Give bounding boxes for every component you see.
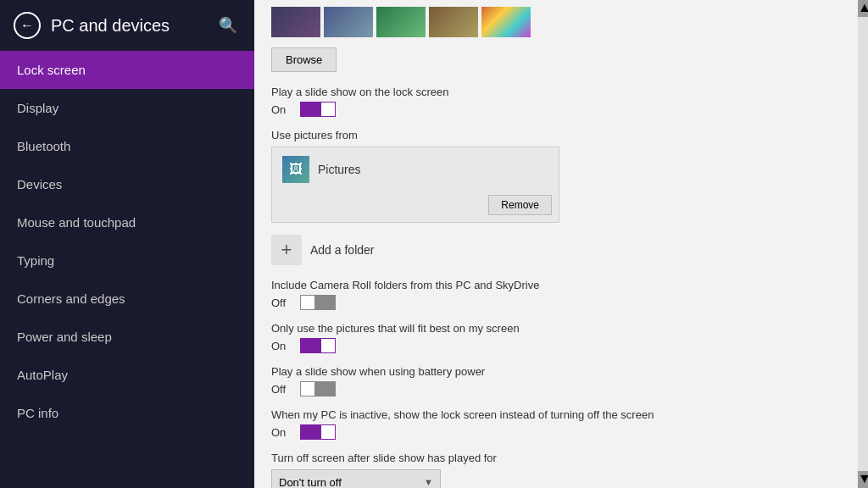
sidebar-item-devices[interactable]: Devices [0,165,254,203]
pictures-folder-name: Pictures [318,163,361,176]
slide-show-knob [321,103,335,116]
thumbnail-4[interactable] [429,7,478,37]
inactive-toggle-row: On [271,424,841,440]
inactive-setting: When my PC is inactive, show the lock sc… [271,408,841,440]
turn-off-setting: Turn off screen after slide show has pla… [271,452,841,488]
slide-show-toggle-row: On [271,102,841,117]
use-pictures-label: Use pictures from [271,129,841,141]
sidebar-item-display[interactable]: Display [0,89,254,127]
back-button[interactable]: ← [14,12,41,39]
pictures-box: 🖼 Pictures Remove [271,147,559,223]
sidebar-header: ← PC and devices 🔍 [0,0,254,51]
thumbnail-1[interactable] [271,7,320,37]
battery-toggle-row: Off [271,381,841,396]
sidebar-item-autoplay[interactable]: AutoPlay [0,356,254,394]
inactive-knob [321,425,335,439]
best-fit-knob [321,339,335,352]
thumbnail-3[interactable] [376,7,426,37]
best-fit-status: On [271,340,292,352]
dropdown-value: Don't turn off [279,476,342,489]
best-fit-toggle-row: On [271,338,841,353]
pictures-folder-icon: 🖼 [282,156,309,183]
add-folder-row[interactable]: + Add a folder [271,235,841,265]
sidebar-item-bluetooth[interactable]: Bluetooth [0,127,254,165]
camera-roll-toggle-row: Off [271,295,841,310]
remove-button[interactable]: Remove [488,195,552,215]
best-fit-setting: Only use the pictures that will fit best… [271,322,841,353]
camera-roll-setting: Include Camera Roll folders from this PC… [271,279,841,310]
scrollbar-track: ▲ ▼ [858,0,868,488]
sidebar: ← PC and devices 🔍 Lock screen Display B… [0,0,254,488]
turn-off-label: Turn off screen after slide show has pla… [271,452,841,464]
sidebar-item-pc-info[interactable]: PC info [0,394,254,432]
pictures-actions: Remove [272,191,559,222]
scrollbar-up-button[interactable]: ▲ [858,0,868,17]
turn-off-dropdown[interactable]: Don't turn off ▼ [271,469,441,488]
add-folder-label: Add a folder [310,243,375,257]
slide-show-label: Play a slide show on the lock screen [271,86,841,98]
browse-button[interactable]: Browse [271,47,337,72]
plus-icon: + [271,235,302,265]
sidebar-item-typing[interactable]: Typing [0,241,254,280]
slide-show-toggle[interactable] [300,102,336,117]
battery-label: Play a slide show when using battery pow… [271,365,841,378]
camera-roll-label: Include Camera Roll folders from this PC… [271,279,841,291]
inactive-label: When my PC is inactive, show the lock sc… [271,408,841,421]
thumbnail-2[interactable] [324,7,373,37]
inactive-status: On [271,426,292,439]
thumbnail-row [271,0,841,37]
sidebar-item-mouse-touchpad[interactable]: Mouse and touchpad [0,203,254,241]
slide-show-setting: Play a slide show on the lock screen On [271,86,841,117]
slide-show-status: On [271,103,292,116]
best-fit-toggle[interactable] [300,338,336,353]
battery-setting: Play a slide show when using battery pow… [271,365,841,396]
use-pictures-setting: Use pictures from 🖼 Pictures Remove [271,129,841,223]
camera-roll-status: Off [271,297,292,309]
camera-roll-knob [301,296,314,309]
search-icon[interactable]: 🔍 [215,13,241,38]
sidebar-item-corners-edges[interactable]: Corners and edges [0,280,254,318]
battery-status: Off [271,383,292,396]
thumbnail-5[interactable] [481,7,531,37]
scrollbar-down-button[interactable]: ▼ [858,471,868,488]
chevron-down-icon: ▼ [424,477,433,487]
main-content: Browse Play a slide show on the lock scr… [254,0,858,488]
pictures-item: 🖼 Pictures [272,147,559,191]
sidebar-title: PC and devices [51,16,205,36]
battery-knob [301,382,314,396]
inactive-toggle[interactable] [300,424,336,440]
sidebar-item-power-sleep[interactable]: Power and sleep [0,318,254,356]
battery-toggle[interactable] [300,381,336,396]
best-fit-label: Only use the pictures that will fit best… [271,322,841,335]
camera-roll-toggle[interactable] [300,295,336,310]
sidebar-item-lock-screen[interactable]: Lock screen [0,51,254,89]
